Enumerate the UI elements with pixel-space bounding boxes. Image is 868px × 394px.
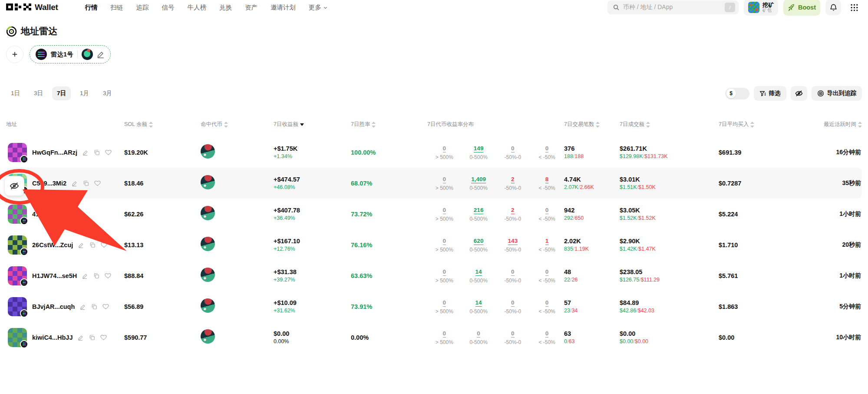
- column-header-3[interactable]: 命中代币: [201, 121, 274, 128]
- column-header-8[interactable]: 7日成交额: [620, 121, 719, 128]
- dist-range-link[interactable]: 0: [545, 268, 549, 276]
- table-row[interactable]: kiwiC4...HbJJ$590.77$0.000.00%0.00%0> 50…: [6, 322, 862, 353]
- mining-button[interactable]: 挖矿 矿包: [744, 0, 778, 16]
- column-header-9[interactable]: 7日平均买入: [719, 121, 799, 128]
- dist-range-link[interactable]: 0: [511, 299, 515, 307]
- dist-range-link[interactable]: 0: [511, 268, 515, 276]
- apps-grid-button[interactable]: [846, 0, 862, 15]
- heart-icon[interactable]: [100, 334, 107, 341]
- copy-icon[interactable]: [94, 149, 100, 156]
- filter-button[interactable]: 筛选: [754, 86, 786, 101]
- table-row[interactable]: C549...3Mi2$18.46+$474.57+46.08%68.07%0>…: [6, 168, 862, 199]
- time-tab-4[interactable]: 1月: [75, 86, 94, 100]
- nav-item-2[interactable]: 扫链: [110, 3, 123, 12]
- column-header-5[interactable]: 7日胜率: [351, 121, 427, 128]
- dist-range-link[interactable]: 0: [545, 207, 549, 214]
- address-text[interactable]: 26CstW...Zcuj: [32, 242, 73, 248]
- edit-icon[interactable]: [78, 242, 84, 248]
- heart-icon[interactable]: [105, 149, 112, 156]
- hide-toggle-button[interactable]: [791, 86, 807, 101]
- token-icon[interactable]: [201, 206, 215, 220]
- dist-range-link[interactable]: 0: [545, 145, 549, 152]
- dist-range-link[interactable]: 1,409: [471, 176, 486, 183]
- heart-icon[interactable]: [105, 272, 111, 279]
- time-tab-2[interactable]: 3日: [29, 86, 48, 100]
- dist-range-link[interactable]: 216: [474, 207, 484, 214]
- dist-range-link[interactable]: 0: [511, 145, 515, 152]
- edit-icon[interactable]: [53, 211, 59, 217]
- dist-range-link[interactable]: 0: [443, 330, 446, 338]
- time-tab-5[interactable]: 3月: [98, 86, 117, 100]
- dist-range-link[interactable]: 14: [475, 299, 482, 307]
- dist-range-link[interactable]: 2: [511, 207, 515, 214]
- nav-item-4[interactable]: 信号: [162, 3, 174, 12]
- dist-range-link[interactable]: 0: [443, 207, 446, 214]
- edit-icon[interactable]: [82, 273, 88, 279]
- column-header-10[interactable]: 最近活跃时间: [799, 121, 862, 128]
- nav-item-6[interactable]: 兑换: [219, 3, 232, 12]
- table-row[interactable]: 41g...$62.26+$407.78+36.49%73.72%0> 500%…: [6, 199, 862, 229]
- address-text[interactable]: H1JW74...se5H: [32, 272, 77, 279]
- table-row[interactable]: BJvjAR...cuqh$56.89+$10.09+31.62%73.91%0…: [6, 291, 862, 322]
- dist-range-link[interactable]: 0: [443, 299, 446, 307]
- dist-range-link[interactable]: 0: [443, 238, 446, 245]
- heart-icon[interactable]: [94, 180, 101, 186]
- radar-chip[interactable]: 雷达1号: [30, 45, 111, 63]
- edit-pencil-icon[interactable]: [97, 50, 105, 58]
- nav-item-7[interactable]: 资产: [245, 3, 257, 12]
- table-row[interactable]: H1JW74...se5H$88.84+$31.38+39.27%63.63%0…: [6, 260, 862, 291]
- notifications-button[interactable]: [825, 0, 841, 15]
- nav-item-8[interactable]: 邀请计划: [271, 3, 296, 12]
- dist-range-link[interactable]: 143: [508, 238, 518, 245]
- token-icon[interactable]: [201, 237, 215, 251]
- address-text[interactable]: kiwiC4...HbJJ: [32, 334, 73, 341]
- heart-icon[interactable]: [101, 242, 107, 248]
- heart-icon[interactable]: [76, 211, 83, 217]
- dist-range-link[interactable]: 1: [545, 238, 549, 245]
- token-icon[interactable]: [201, 175, 215, 189]
- column-header-2[interactable]: SOL 余额: [124, 121, 201, 128]
- dist-range-link[interactable]: 0: [545, 330, 549, 338]
- heart-icon[interactable]: [102, 303, 109, 310]
- edit-icon[interactable]: [78, 334, 84, 341]
- copy-icon[interactable]: [83, 180, 89, 186]
- nav-item-9[interactable]: 更多: [309, 3, 328, 12]
- address-text[interactable]: HwGqFn...ARzj: [32, 149, 77, 156]
- token-icon[interactable]: [201, 144, 215, 159]
- okx-wallet-logo[interactable]: Wallet: [6, 3, 58, 12]
- copy-icon[interactable]: [65, 211, 71, 217]
- table-row[interactable]: HwGqFn...ARzj$19.20K+$1.75K+1.34%100.00%…: [6, 137, 862, 168]
- copy-icon[interactable]: [89, 334, 95, 341]
- column-header-4[interactable]: 7日收益额: [274, 121, 351, 128]
- add-radar-button[interactable]: [6, 46, 23, 63]
- edit-icon[interactable]: [83, 149, 89, 156]
- dist-range-link[interactable]: 0: [443, 176, 446, 183]
- time-tab-3[interactable]: 7日: [52, 86, 71, 100]
- dist-range-link[interactable]: 620: [474, 238, 484, 245]
- dist-range-link[interactable]: 0: [545, 299, 549, 307]
- export-to-tracking-button[interactable]: 导出到追踪: [812, 86, 862, 101]
- nav-item-1[interactable]: 行情: [85, 3, 97, 12]
- dist-range-link[interactable]: 149: [474, 145, 484, 152]
- dist-range-link[interactable]: 0: [443, 268, 446, 276]
- edit-icon[interactable]: [72, 180, 78, 186]
- dist-range-link[interactable]: 2: [511, 176, 515, 183]
- dist-range-link[interactable]: 0: [511, 330, 515, 338]
- hide-address-button[interactable]: [4, 176, 24, 196]
- time-tab-1[interactable]: 1日: [6, 86, 25, 100]
- copy-icon[interactable]: [93, 273, 99, 279]
- copy-icon[interactable]: [89, 242, 96, 248]
- dist-range-link[interactable]: 8: [545, 176, 549, 183]
- copy-icon[interactable]: [91, 304, 97, 310]
- dist-range-link[interactable]: 0: [477, 330, 480, 338]
- nav-item-3[interactable]: 追踪: [136, 3, 149, 12]
- table-row[interactable]: 26CstW...Zcuj$13.13+$167.10+12.76%76.16%…: [6, 229, 862, 260]
- address-text[interactable]: C549...3Mi2: [32, 180, 66, 187]
- currency-toggle[interactable]: $: [725, 88, 749, 99]
- edit-icon[interactable]: [80, 304, 86, 310]
- address-text[interactable]: 41g...: [32, 211, 48, 218]
- dist-range-link[interactable]: 0: [443, 145, 446, 152]
- boost-button[interactable]: Boost: [783, 0, 820, 16]
- column-header-7[interactable]: 7日交易笔数: [564, 121, 620, 128]
- dist-range-link[interactable]: 14: [475, 268, 482, 276]
